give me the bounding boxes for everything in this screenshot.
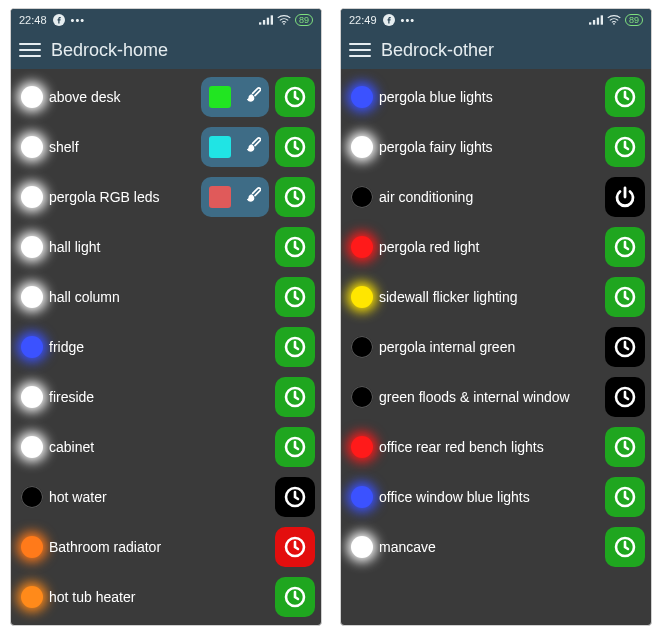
list-item[interactable]: pergola RGB leds (17, 175, 315, 219)
menu-icon[interactable] (19, 39, 41, 61)
indicator-dot[interactable] (351, 386, 373, 408)
list-item[interactable]: pergola internal green (347, 325, 645, 369)
svg-rect-4 (271, 15, 273, 24)
indicator-dot[interactable] (21, 236, 43, 258)
schedule-button[interactable] (605, 377, 645, 417)
power-button[interactable] (605, 177, 645, 217)
color-swatch (209, 186, 231, 208)
schedule-button[interactable] (275, 377, 315, 417)
svg-point-5 (283, 23, 285, 25)
brush-icon (241, 135, 261, 159)
list-item[interactable]: office rear red bench lights (347, 425, 645, 469)
list-item[interactable]: pergola red light (347, 225, 645, 269)
list-item[interactable]: hot tub heater (17, 575, 315, 619)
indicator-dot[interactable] (351, 186, 373, 208)
schedule-button[interactable] (605, 427, 645, 467)
device-list: above desk shelf pergola RGB leds hall l… (11, 69, 321, 625)
schedule-button[interactable] (605, 327, 645, 367)
device-label: above desk (49, 89, 201, 105)
schedule-button[interactable] (605, 277, 645, 317)
schedule-button[interactable] (605, 77, 645, 117)
device-label: air conditioning (379, 189, 605, 205)
list-item[interactable]: fireside (17, 375, 315, 419)
indicator-dot[interactable] (21, 286, 43, 308)
schedule-button[interactable] (605, 477, 645, 517)
schedule-button[interactable] (275, 127, 315, 167)
schedule-button[interactable] (275, 427, 315, 467)
color-swatch (209, 86, 231, 108)
svg-rect-1 (259, 22, 261, 24)
indicator-dot[interactable] (21, 136, 43, 158)
list-item[interactable]: above desk (17, 75, 315, 119)
device-label: fireside (49, 389, 275, 405)
schedule-button[interactable] (275, 177, 315, 217)
status-bar: 22:48 ••• 89 (11, 9, 321, 31)
device-label: pergola red light (379, 239, 605, 255)
device-label: office rear red bench lights (379, 439, 605, 455)
device-label: fridge (49, 339, 275, 355)
list-item[interactable]: pergola fairy lights (347, 125, 645, 169)
indicator-dot[interactable] (351, 486, 373, 508)
indicator-dot[interactable] (21, 486, 43, 508)
color-picker-tile[interactable] (201, 127, 269, 167)
schedule-button[interactable] (275, 577, 315, 617)
phone-screen-1: 22:49 ••• 89 Bedrock-otherpergola blue l… (340, 8, 652, 626)
page-title: Bedrock-other (381, 40, 494, 61)
svg-rect-18 (589, 22, 591, 24)
list-item[interactable]: hall light (17, 225, 315, 269)
schedule-button[interactable] (605, 227, 645, 267)
device-label: pergola RGB leds (49, 189, 201, 205)
list-item[interactable]: mancave (347, 525, 645, 569)
facebook-icon (383, 14, 395, 26)
indicator-dot[interactable] (21, 436, 43, 458)
list-item[interactable]: green floods & internal window (347, 375, 645, 419)
indicator-dot[interactable] (21, 86, 43, 108)
indicator-dot[interactable] (21, 386, 43, 408)
svg-point-22 (613, 23, 615, 25)
list-item[interactable]: sidewall flicker lighting (347, 275, 645, 319)
color-picker-tile[interactable] (201, 177, 269, 217)
color-picker-tile[interactable] (201, 77, 269, 117)
list-item[interactable]: pergola blue lights (347, 75, 645, 119)
schedule-button[interactable] (605, 527, 645, 567)
indicator-dot[interactable] (351, 536, 373, 558)
svg-rect-20 (597, 18, 599, 25)
schedule-button[interactable] (275, 227, 315, 267)
schedule-button[interactable] (275, 477, 315, 517)
schedule-button[interactable] (605, 127, 645, 167)
list-item[interactable]: shelf (17, 125, 315, 169)
indicator-dot[interactable] (21, 586, 43, 608)
schedule-button[interactable] (275, 77, 315, 117)
device-list: pergola blue lights pergola fairy lights… (341, 69, 651, 575)
indicator-dot[interactable] (21, 186, 43, 208)
indicator-dot[interactable] (351, 286, 373, 308)
indicator-dot[interactable] (351, 236, 373, 258)
schedule-button[interactable] (275, 527, 315, 567)
indicator-dot[interactable] (351, 136, 373, 158)
device-label: shelf (49, 139, 201, 155)
indicator-dot[interactable] (351, 436, 373, 458)
schedule-button[interactable] (275, 277, 315, 317)
indicator-dot[interactable] (351, 336, 373, 358)
schedule-button[interactable] (275, 327, 315, 367)
list-item[interactable]: hot water (17, 475, 315, 519)
list-item[interactable]: hall column (17, 275, 315, 319)
more-icon: ••• (401, 14, 416, 26)
list-item[interactable]: Bathroom radiator (17, 525, 315, 569)
list-item[interactable]: air conditioning (347, 175, 645, 219)
list-item[interactable]: office window blue lights (347, 475, 645, 519)
list-item[interactable]: cabinet (17, 425, 315, 469)
device-label: mancave (379, 539, 605, 555)
indicator-dot[interactable] (351, 86, 373, 108)
list-item[interactable]: fridge (17, 325, 315, 369)
indicator-dot[interactable] (21, 336, 43, 358)
device-label: hall column (49, 289, 275, 305)
page-title: Bedrock-home (51, 40, 168, 61)
device-label: office window blue lights (379, 489, 605, 505)
device-label: hall light (49, 239, 275, 255)
menu-icon[interactable] (349, 39, 371, 61)
svg-rect-3 (267, 18, 269, 25)
brush-icon (241, 185, 261, 209)
indicator-dot[interactable] (21, 536, 43, 558)
wifi-icon (277, 15, 291, 25)
